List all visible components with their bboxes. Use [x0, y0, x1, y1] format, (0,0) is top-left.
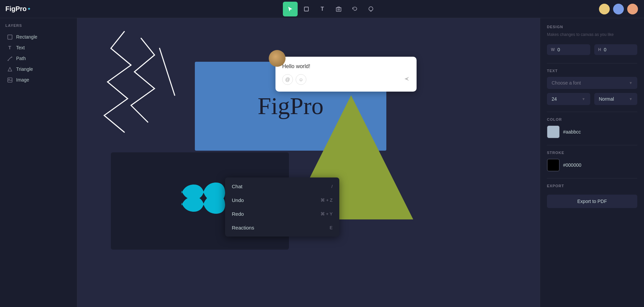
- font-weight-field[interactable]: Normal ▼: [594, 93, 638, 105]
- sidebar-left: LAYERS Rectangle T Text Path Triangle: [0, 18, 77, 307]
- sidebar-right: DESIGN Makes changes to canvas as you li…: [540, 18, 644, 307]
- layer-path-label: Path: [16, 56, 26, 61]
- chat-message-text: Hello world!: [282, 63, 410, 69]
- layer-image-label: Image: [16, 77, 29, 83]
- menu-item-chat[interactable]: Chat /: [225, 180, 339, 193]
- font-picker[interactable]: Choose a font ▼: [547, 77, 637, 89]
- width-value: 0: [557, 47, 560, 52]
- image-icon: [7, 78, 13, 83]
- height-field[interactable]: H 0: [594, 44, 638, 55]
- undo-tool-button[interactable]: [347, 2, 362, 16]
- avatar-area: [584, 3, 644, 15]
- design-panel-desc: Makes changes to canvas as you like: [547, 32, 637, 38]
- text-icon: T: [7, 45, 13, 50]
- font-size-value: 24: [552, 96, 557, 102]
- svg-rect-7: [8, 35, 12, 39]
- divider-3: [547, 145, 637, 145]
- chevron-down-icon: ▼: [629, 81, 633, 85]
- canvas-area[interactable]: FigPro Hello world! @ ☺: [77, 18, 540, 307]
- menu-undo-label: Undo: [232, 197, 244, 203]
- height-label: H: [598, 47, 601, 52]
- text-section-header: TEXT: [547, 69, 637, 73]
- menu-reactions-label: Reactions: [232, 225, 254, 231]
- sidebar-item-text[interactable]: T Text: [1, 42, 76, 53]
- stroke-swatch[interactable]: [547, 159, 560, 171]
- path-icon: [7, 56, 13, 61]
- menu-reactions-shortcut: E: [330, 225, 333, 230]
- chat-avatar: [269, 50, 286, 67]
- logo-text: FigPro: [5, 5, 27, 13]
- svg-point-9: [11, 56, 12, 57]
- menu-chat-label: Chat: [232, 184, 243, 189]
- width-field[interactable]: W 0: [547, 44, 590, 55]
- select-tool-button[interactable]: [283, 2, 298, 16]
- chat-icons-left: @ ☺: [282, 74, 309, 85]
- stroke-section-header: STROKE: [547, 151, 637, 155]
- font-picker-label: Choose a font: [552, 80, 581, 86]
- menu-chat-shortcut: /: [331, 184, 333, 189]
- svg-point-8: [7, 60, 8, 61]
- topbar: FigPro ✦ T: [0, 0, 644, 18]
- avatar-1[interactable]: [598, 3, 610, 15]
- layer-rectangle-label: Rectangle: [16, 34, 37, 40]
- stroke-row: #000000: [547, 159, 637, 171]
- emoji-button[interactable]: ☺: [296, 74, 306, 85]
- menu-undo-shortcut: ⌘ + Z: [320, 198, 333, 203]
- stroke-hex-value: #000000: [563, 162, 582, 168]
- toolbar-center: T: [77, 2, 584, 16]
- divider-4: [547, 178, 637, 178]
- chat-bubble: Hello world! @ ☺: [275, 57, 417, 92]
- logo-icon: ✦: [27, 6, 31, 11]
- send-button[interactable]: [404, 76, 410, 84]
- text-tool-button[interactable]: T: [315, 2, 330, 16]
- canvas-inner: FigPro Hello world! @ ☺: [77, 18, 540, 307]
- font-size-field[interactable]: 24 ▼: [547, 93, 590, 105]
- color-row: #aabbcc: [547, 125, 637, 138]
- svg-point-6: [369, 7, 373, 11]
- design-panel-title: DESIGN: [547, 25, 637, 29]
- divider-1: [547, 63, 637, 63]
- sidebar-item-triangle[interactable]: Triangle: [1, 64, 76, 74]
- sidebar-item-path[interactable]: Path: [1, 53, 76, 64]
- menu-item-reactions[interactable]: Reactions E: [225, 221, 339, 235]
- dimensions-row: W 0 H 0: [547, 44, 637, 55]
- color-section-header: COLOR: [547, 117, 637, 121]
- rectangle-icon: [7, 35, 13, 40]
- color-hex-value: #aabbcc: [563, 129, 581, 135]
- svg-rect-0: [304, 7, 308, 11]
- context-menu: Chat / Undo ⌘ + Z Redo ⌘ + Y Reactions E: [225, 177, 339, 237]
- menu-item-undo[interactable]: Undo ⌘ + Z: [225, 193, 339, 207]
- layer-triangle-label: Triangle: [16, 66, 33, 72]
- sidebar-item-image[interactable]: Image: [1, 74, 76, 85]
- triangle-icon: [7, 67, 13, 72]
- squiggly-lines: [97, 28, 205, 142]
- font-weight-value: Normal: [599, 96, 614, 102]
- delete-tool-button[interactable]: [331, 2, 346, 16]
- divider-2: [547, 112, 637, 112]
- export-pdf-button[interactable]: Export to PDF: [547, 195, 637, 208]
- frame-tool-button[interactable]: [299, 2, 314, 16]
- layers-title: LAYERS: [0, 23, 77, 32]
- comment-tool-button[interactable]: [363, 2, 378, 16]
- font-size-chevron-icon: ▼: [582, 97, 586, 101]
- sidebar-item-rectangle[interactable]: Rectangle: [1, 32, 76, 42]
- menu-item-redo[interactable]: Redo ⌘ + Y: [225, 207, 339, 221]
- font-weight-chevron-icon: ▼: [629, 97, 633, 101]
- color-swatch[interactable]: [547, 125, 560, 138]
- height-value: 0: [604, 47, 606, 52]
- svg-line-12: [160, 48, 175, 95]
- avatar-2[interactable]: [612, 3, 625, 15]
- width-label: W: [551, 47, 555, 52]
- avatar-3[interactable]: [627, 3, 639, 15]
- layer-text-label: Text: [16, 45, 25, 50]
- menu-redo-label: Redo: [232, 211, 244, 217]
- font-size-row: 24 ▼ Normal ▼: [547, 93, 637, 105]
- export-section-header: EXPORT: [547, 184, 637, 188]
- chat-footer: @ ☺: [282, 74, 410, 85]
- at-mention-button[interactable]: @: [282, 74, 293, 85]
- logo-area: FigPro ✦: [0, 5, 77, 13]
- menu-redo-shortcut: ⌘ + Y: [320, 211, 333, 216]
